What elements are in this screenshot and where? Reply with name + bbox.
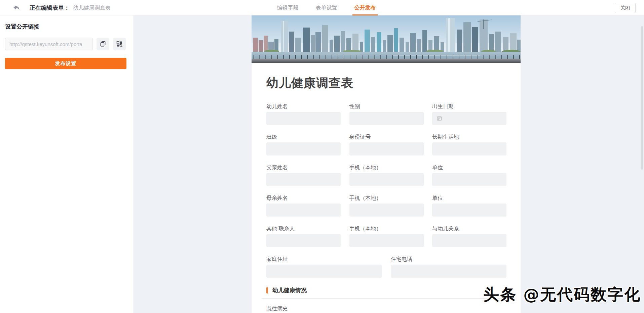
field-label: 单位 — [432, 164, 506, 171]
copy-icon — [100, 41, 106, 47]
tab-bar: 编辑字段 表单设置 公开发布 — [275, 0, 391, 15]
field-label: 单位 — [432, 195, 506, 202]
publish-sidebar: 设置公开链接 发布设置 — [0, 15, 134, 313]
field-input[interactable] — [432, 173, 506, 186]
form-row: 母亲姓名手机（本地）单位 — [266, 195, 506, 217]
close-button[interactable]: 关闭 — [615, 3, 636, 13]
form-title: 幼儿健康调查表 — [266, 76, 506, 90]
section-accent-bar — [266, 287, 268, 294]
qr-code-button[interactable] — [113, 38, 126, 50]
form-section-header: 幼儿健康情况 — [266, 286, 506, 294]
field-input[interactable] — [432, 112, 506, 125]
field-label: 手机（本地） — [349, 225, 424, 232]
form-field: 与幼儿关系 — [432, 225, 506, 247]
watermark-text: 头条 @无代码数字化 — [483, 284, 641, 305]
form-field: 幼儿姓名 — [266, 103, 341, 125]
form-field: 单位 — [432, 195, 506, 217]
field-input[interactable] — [266, 265, 382, 278]
form-preview-area: 幼儿健康调查表 幼儿姓名性别出生日期班级身份证号长期生活地父亲姓名手机（本地）单… — [134, 15, 644, 313]
vertical-scrollbar-thumb[interactable] — [641, 26, 643, 170]
form-row: 班级身份证号长期生活地 — [266, 134, 506, 155]
form-field: 母亲姓名 — [266, 195, 341, 217]
form-row: 其他 联系人手机（本地）与幼儿关系 — [266, 225, 506, 247]
field-input[interactable] — [349, 112, 424, 125]
form-banner-image — [252, 15, 521, 63]
field-label: 其他 联系人 — [266, 225, 341, 232]
tab-public-publish[interactable]: 公开发布 — [352, 0, 378, 15]
field-label: 幼儿姓名 — [266, 103, 341, 110]
publish-settings-button[interactable]: 发布设置 — [5, 58, 126, 69]
field-input[interactable] — [349, 234, 424, 247]
field-label: 身份证号 — [349, 134, 424, 140]
form-row: 父亲姓名手机（本地）单位 — [266, 164, 506, 186]
calendar-icon — [437, 116, 442, 121]
form-field: 出生日期 — [432, 103, 506, 125]
field-input[interactable] — [432, 234, 506, 247]
tab-edit-fields[interactable]: 编辑字段 — [275, 0, 300, 15]
field-label: 班级 — [266, 134, 341, 140]
field-input[interactable] — [432, 204, 506, 217]
field-input[interactable] — [349, 173, 424, 186]
field-label: 手机（本地） — [349, 164, 424, 171]
editing-form-name: 幼儿健康调查表 — [73, 4, 111, 11]
form-field: 单位 — [432, 164, 506, 186]
field-label: 与幼儿关系 — [432, 225, 506, 232]
field-input[interactable] — [432, 142, 506, 155]
field-label: 出生日期 — [432, 103, 506, 110]
top-bar: 正在编辑表单： 幼儿健康调查表 编辑字段 表单设置 公开发布 关闭 — [0, 0, 644, 15]
field-label: 既往病史 — [266, 305, 506, 312]
qr-code-icon — [116, 41, 123, 47]
public-link-row — [5, 38, 126, 50]
form-fields-grid: 幼儿姓名性别出生日期班级身份证号长期生活地父亲姓名手机（本地）单位母亲姓名手机（… — [266, 103, 506, 278]
tab-form-settings[interactable]: 表单设置 — [314, 0, 339, 15]
form-field: 身份证号 — [349, 134, 424, 155]
editing-label: 正在编辑表单： — [30, 4, 70, 12]
form-row: 幼儿姓名性别出生日期 — [266, 103, 506, 125]
form-field: 手机（本地） — [349, 164, 424, 186]
field-label: 父亲姓名 — [266, 164, 341, 171]
field-input[interactable] — [266, 112, 341, 125]
form-row: 家庭住址住宅电话 — [266, 256, 506, 278]
form-field: 长期生活地 — [432, 134, 506, 155]
field-label: 性别 — [349, 103, 424, 110]
section-divider — [262, 298, 511, 299]
form-field: 家庭住址 — [266, 256, 382, 278]
form-field: 班级 — [266, 134, 341, 155]
form-field: 住宅电话 — [391, 256, 506, 278]
field-input[interactable] — [266, 142, 341, 155]
form-field: 其他 联系人 — [266, 225, 341, 247]
field-label: 母亲姓名 — [266, 195, 341, 202]
form-field: 父亲姓名 — [266, 164, 341, 186]
field-label: 长期生活地 — [432, 134, 506, 140]
field-input[interactable] — [266, 204, 341, 217]
field-label: 家庭住址 — [266, 256, 382, 263]
section-title: 幼儿健康情况 — [272, 286, 307, 294]
field-input[interactable] — [349, 204, 424, 217]
field-label: 手机（本地） — [349, 195, 424, 202]
topbar-left: 正在编辑表单： 幼儿健康调查表 — [13, 0, 111, 15]
back-arrow-icon[interactable] — [13, 4, 20, 11]
field-input[interactable] — [266, 173, 341, 186]
form-field: 手机（本地） — [349, 195, 424, 217]
field-label: 住宅电话 — [391, 256, 506, 263]
field-input[interactable] — [266, 234, 341, 247]
field-input[interactable] — [391, 265, 506, 278]
form-field: 手机（本地） — [349, 225, 424, 247]
copy-link-button[interactable] — [97, 38, 109, 50]
form-field: 性别 — [349, 103, 424, 125]
form-preview-card: 幼儿健康调查表 幼儿姓名性别出生日期班级身份证号长期生活地父亲姓名手机（本地）单… — [252, 15, 521, 313]
public-link-input[interactable] — [5, 38, 93, 50]
field-input[interactable] — [349, 142, 424, 155]
sidebar-heading: 设置公开链接 — [5, 23, 134, 31]
